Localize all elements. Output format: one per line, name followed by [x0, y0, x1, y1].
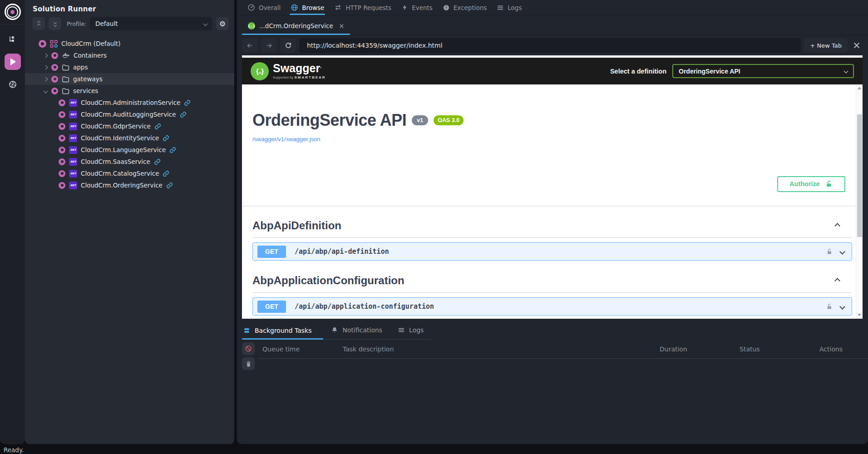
spec-link[interactable]: /swagger/v1/swagger.json: [252, 136, 321, 143]
url-input[interactable]: [307, 42, 793, 49]
tree-item-service[interactable]: .NET CloudCrm.LanguageService: [25, 144, 234, 156]
dotnet-icon: .NET: [69, 182, 77, 189]
tree-item-service[interactable]: .NET CloudCrm.AuditLoggingService: [25, 109, 234, 120]
tab-exceptions[interactable]: Exceptions: [442, 0, 488, 15]
tab-events[interactable]: Events: [400, 0, 434, 15]
tree-item-solution[interactable]: CloudCrm (Default): [25, 38, 234, 49]
tab-http-requests[interactable]: HTTP Requests: [333, 0, 392, 15]
tab-background-tasks[interactable]: Background Tasks: [242, 321, 323, 340]
smartbear-brand-text: SMARTBEAR: [295, 75, 326, 79]
authorize-button[interactable]: Authorize: [777, 176, 845, 192]
globe-icon: [291, 4, 298, 11]
abp-studio-logo-icon: [5, 4, 21, 20]
scroll-down-arrow-icon[interactable]: [858, 314, 861, 316]
swagger-brand-text: Swagger: [273, 62, 320, 74]
solution-tree: CloudCrm (Default) Containers apps: [25, 38, 234, 191]
collapse-all-button[interactable]: [32, 17, 45, 30]
tree-item-service[interactable]: .NET CloudCrm.OrderingService: [25, 179, 234, 191]
unlock-icon: [825, 180, 833, 188]
version-badge: v1: [412, 115, 428, 125]
scrollbar-thumb[interactable]: [857, 114, 862, 237]
scrollbar[interactable]: [856, 84, 863, 319]
collapse-section-button[interactable]: [835, 222, 839, 230]
dotnet-icon: .NET: [69, 170, 77, 178]
chevrons-down-icon: [54, 21, 56, 26]
tree-item-apps[interactable]: apps: [25, 61, 234, 73]
folder-icon: [62, 64, 69, 71]
tree-item-label: Containers: [74, 52, 107, 59]
get-method-badge: GET: [257, 301, 286, 313]
runner-settings-button[interactable]: ⚙: [216, 17, 229, 30]
tab-logs-bottom[interactable]: Logs: [390, 321, 431, 340]
swagger-topbar: {..} Swagger. Supported by SMARTBEAR Sel…: [242, 58, 863, 84]
solution-explorer-button[interactable]: [5, 31, 21, 47]
operation-row[interactable]: GET /api/abp/api-definition: [252, 242, 852, 261]
address-bar[interactable]: [299, 38, 801, 53]
status-donut-icon: [59, 147, 65, 153]
status-donut-icon: [59, 182, 65, 189]
chevron-down-icon[interactable]: [839, 249, 845, 255]
browser-tab-strip: {..} ...dCrm.OrderingService: [237, 15, 868, 35]
forward-button[interactable]: [261, 38, 277, 53]
lock-icon[interactable]: [826, 248, 833, 255]
chevron-down-icon: [203, 21, 208, 26]
expand-all-button[interactable]: [49, 17, 61, 30]
get-method-badge: GET: [257, 246, 286, 258]
refresh-button[interactable]: [280, 38, 296, 53]
close-icon[interactable]: [339, 24, 344, 29]
tools-icon: [853, 42, 860, 49]
tab-logs[interactable]: Logs: [496, 0, 523, 15]
definition-select-value: OrderingService API: [679, 68, 740, 75]
link-icon: [180, 111, 187, 118]
lock-icon[interactable]: [826, 303, 833, 310]
chevron-down-icon: [844, 69, 848, 74]
tree-item-containers[interactable]: Containers: [25, 49, 234, 61]
solution-runner-button[interactable]: [5, 54, 21, 70]
tree-item-service[interactable]: .NET CloudCrm.IdentityService: [25, 132, 234, 144]
authorize-label: Authorize: [789, 180, 820, 188]
browser-tab-orderingservice[interactable]: {..} ...dCrm.OrderingService: [242, 18, 350, 35]
divider: [258, 358, 868, 359]
dotnet-icon: .NET: [69, 123, 77, 130]
task-actions: [242, 342, 255, 370]
definition-select[interactable]: OrderingService API: [672, 64, 854, 78]
status-donut-icon: [39, 40, 46, 48]
oas-badge: OAS 3.0: [434, 115, 464, 125]
kubernetes-button[interactable]: [5, 76, 21, 93]
kubernetes-helm-icon: [8, 80, 17, 89]
solution-runner-panel: Solution Runner Profile: Default ⚙: [25, 0, 234, 444]
chevron-down-icon[interactable]: [839, 304, 845, 310]
operation-row[interactable]: GET /api/abp/application-configuration: [252, 297, 852, 316]
new-tab-button[interactable]: + New Tab: [804, 38, 848, 53]
tab-notifications[interactable]: Notifications: [323, 321, 390, 340]
profile-dropdown[interactable]: Default: [90, 17, 212, 30]
tree-item-label: CloudCrm.CatalogService: [81, 170, 159, 177]
tree-item-service[interactable]: .NET CloudCrm.AdministrationService: [25, 97, 234, 109]
tree-item-service[interactable]: .NET CloudCrm.SaasService: [25, 156, 234, 168]
link-icon: [154, 158, 161, 165]
chevron-right-icon: [43, 65, 48, 69]
profile-label: Profile:: [67, 20, 86, 27]
chevron-up-icon: [834, 278, 840, 284]
back-button[interactable]: [242, 38, 258, 53]
operation-path: /api/abp/api-definition: [295, 247, 389, 256]
tab-label: Events: [412, 4, 433, 11]
dotnet-icon: .NET: [69, 134, 77, 142]
collapse-section-button[interactable]: [835, 276, 839, 285]
tree-item-services[interactable]: services: [25, 85, 234, 97]
tab-overall[interactable]: Overall: [247, 0, 281, 15]
exclamation-circle-icon: [443, 4, 450, 11]
column-duration: Duration: [660, 345, 740, 353]
tree-item-label: CloudCrm.OrderingService: [81, 182, 163, 189]
solution-grid-icon: [50, 40, 58, 48]
tree-item-service[interactable]: .NET CloudCrm.CatalogService: [25, 168, 234, 179]
scroll-up-arrow-icon[interactable]: [858, 87, 861, 89]
browser-tools-button[interactable]: [851, 39, 863, 51]
tree-item-gateways[interactable]: gateways: [25, 73, 234, 85]
tree-item-service[interactable]: .NET CloudCrm.GdprService: [25, 120, 234, 132]
cancel-tasks-button[interactable]: [242, 342, 255, 355]
tab-browse[interactable]: Browse: [290, 0, 325, 15]
clear-tasks-button[interactable]: [242, 357, 255, 370]
swagger-tagline: Supported by: [273, 76, 293, 79]
tree-item-label: CloudCrm.GdprService: [81, 123, 151, 130]
